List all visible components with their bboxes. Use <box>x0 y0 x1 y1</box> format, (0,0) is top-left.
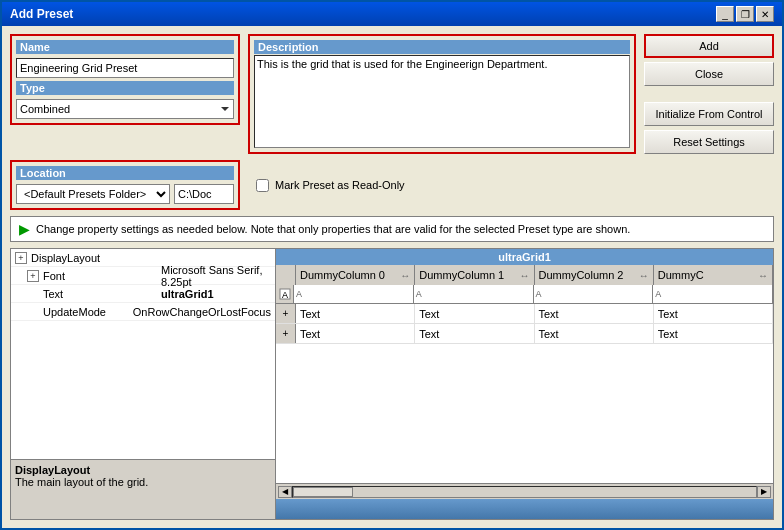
col-resize-2[interactable]: ↔ <box>639 270 649 281</box>
cell-1-3[interactable]: Text <box>654 324 773 343</box>
reset-button[interactable]: Reset Settings <box>644 130 774 154</box>
dialog-content: Name Type Combined Description This is t… <box>2 26 782 528</box>
property-info: DisplayLayout The main layout of the gri… <box>11 459 275 519</box>
location-group: Location <Default Presets Folder> <box>10 160 240 210</box>
type-select[interactable]: Combined <box>16 99 234 119</box>
description-label: Description <box>254 40 630 54</box>
name-type-section: Name Type Combined <box>10 34 240 154</box>
row-header-1: + <box>276 324 296 343</box>
title-bar: Add Preset _ ❐ ✕ <box>2 2 782 26</box>
info-text: Change property settings as needed below… <box>36 223 630 235</box>
scroll-thumb[interactable] <box>293 487 353 497</box>
expand-icon-font[interactable]: + <box>27 270 39 282</box>
filter-cell-2[interactable]: A <box>534 285 654 303</box>
scroll-right-btn[interactable]: ▶ <box>757 486 771 498</box>
cell-1-0[interactable]: Text <box>296 324 415 343</box>
grid-body: + Text Text Text Text + Text Text Text T… <box>276 304 773 483</box>
close-button[interactable]: ✕ <box>756 6 774 22</box>
right-buttons: Add Close Initialize From Control Reset … <box>644 34 774 154</box>
name-input[interactable] <box>16 58 234 78</box>
filter-cell-3[interactable]: A <box>653 285 773 303</box>
location-path-input[interactable] <box>174 184 234 204</box>
cell-0-0[interactable]: Text <box>296 304 415 323</box>
top-section: Name Type Combined Description This is t… <box>10 34 774 154</box>
location-section: Location <Default Presets Folder> Mark P… <box>10 160 774 210</box>
play-icon: ▶ <box>19 221 30 237</box>
table-row: + Text Text Text Text <box>276 324 773 344</box>
readonly-checkbox[interactable] <box>256 179 269 192</box>
scroll-track[interactable] <box>292 486 757 498</box>
bottom-blue-bar <box>276 499 773 519</box>
prop-info-desc: The main layout of the grid. <box>15 476 271 488</box>
cell-0-3[interactable]: Text <box>654 304 773 323</box>
filter-row: A A A A A <box>276 285 773 304</box>
grid-col-3[interactable]: DummyC ↔ <box>654 265 773 285</box>
horizontal-scrollbar[interactable]: ◀ ▶ <box>276 483 773 499</box>
minimize-button[interactable]: _ <box>716 6 734 22</box>
grid-header-row: DummyColumn 0 ↔ DummyColumn 1 ↔ DummyCol… <box>276 265 773 285</box>
location-inputs: <Default Presets Folder> <box>16 184 234 204</box>
close-button-main[interactable]: Close <box>644 62 774 86</box>
prop-row-text[interactable]: Text ultraGrid1 <box>11 285 275 303</box>
filter-cell-1[interactable]: A <box>414 285 534 303</box>
prop-row-font[interactable]: + Font Microsoft Sans Serif, 8.25pt <box>11 267 275 285</box>
description-section: Description This is the grid that is use… <box>248 34 636 154</box>
title-bar-buttons: _ ❐ ✕ <box>716 6 774 22</box>
property-tree: + DisplayLayout + Font Microsoft Sans Se… <box>11 249 275 459</box>
cell-0-2[interactable]: Text <box>535 304 654 323</box>
grid-col-1[interactable]: DummyColumn 1 ↔ <box>415 265 534 285</box>
location-select[interactable]: <Default Presets Folder> <box>16 184 170 204</box>
readonly-label: Mark Preset as Read-Only <box>275 179 405 191</box>
properties-panel: + DisplayLayout + Font Microsoft Sans Se… <box>11 249 276 519</box>
grid-title: ultraGrid1 <box>276 249 773 265</box>
dialog-title: Add Preset <box>10 7 73 21</box>
grid-col-2[interactable]: DummyColumn 2 ↔ <box>535 265 654 285</box>
cell-1-2[interactable]: Text <box>535 324 654 343</box>
scroll-left-btn[interactable]: ◀ <box>278 486 292 498</box>
readonly-checkbox-row: Mark Preset as Read-Only <box>256 179 405 192</box>
col-resize-0[interactable]: ↔ <box>400 270 410 281</box>
main-area: + DisplayLayout + Font Microsoft Sans Se… <box>10 248 774 520</box>
type-label: Type <box>16 81 234 95</box>
filter-cell-0[interactable]: A <box>294 285 414 303</box>
prop-row-updatemode[interactable]: UpdateMode OnRowChangeOrLostFocus <box>11 303 275 321</box>
row-header-0: + <box>276 304 296 323</box>
prop-info-title: DisplayLayout <box>15 464 271 476</box>
table-row: + Text Text Text Text <box>276 304 773 324</box>
description-textarea[interactable]: This is the grid that is used for the En… <box>254 55 630 148</box>
col-resize-1[interactable]: ↔ <box>520 270 530 281</box>
info-bar: ▶ Change property settings as needed bel… <box>10 216 774 242</box>
grid-panel: ultraGrid1 DummyColumn 0 ↔ DummyColumn 1… <box>276 249 773 519</box>
cell-0-1[interactable]: Text <box>415 304 534 323</box>
name-label: Name <box>16 40 234 54</box>
expand-icon[interactable]: + <box>15 252 27 264</box>
col-resize-3[interactable]: ↔ <box>758 270 768 281</box>
restore-button[interactable]: ❐ <box>736 6 754 22</box>
cell-1-1[interactable]: Text <box>415 324 534 343</box>
filter-icon-cell: A <box>276 285 294 303</box>
name-type-group: Name Type Combined <box>10 34 240 125</box>
location-label: Location <box>16 166 234 180</box>
add-preset-dialog: Add Preset _ ❐ ✕ Name Type Combined <box>0 0 784 530</box>
grid-col-0[interactable]: DummyColumn 0 ↔ <box>296 265 415 285</box>
initialize-button[interactable]: Initialize From Control <box>644 102 774 126</box>
add-button[interactable]: Add <box>644 34 774 58</box>
filter-icon: A <box>279 288 291 300</box>
svg-text:A: A <box>282 290 288 300</box>
